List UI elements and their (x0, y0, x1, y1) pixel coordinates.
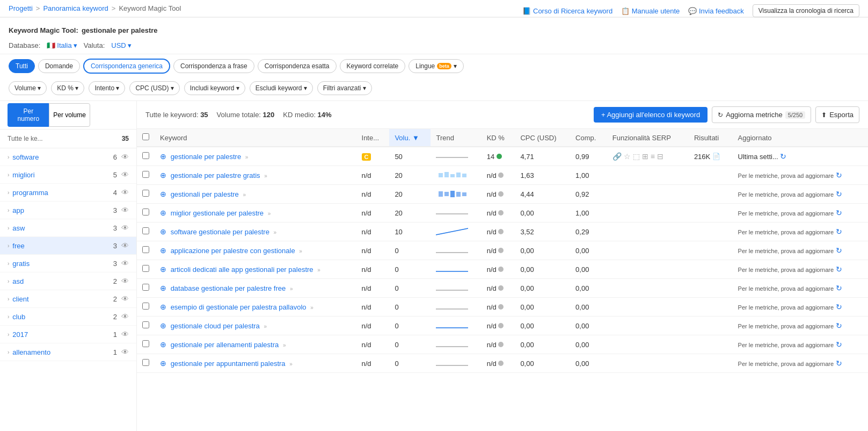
star-serp-icon[interactable]: ☆ (624, 152, 631, 161)
plus-icon[interactable]: ⊕ (160, 265, 166, 274)
keyword-expand-icon[interactable]: » (264, 324, 267, 329)
refresh-icon[interactable]: ↻ (836, 303, 842, 311)
eye-icon[interactable]: 👁 (121, 277, 129, 285)
th-serp[interactable]: Funzionalità SERP (607, 129, 689, 147)
refresh-icon[interactable]: ↻ (836, 227, 842, 236)
keyword-link[interactable]: gestionale per palestre gratis (171, 171, 260, 179)
filter-includi[interactable]: Includi keyword ▾ (184, 81, 245, 95)
filter-kd[interactable]: KD % ▾ (51, 81, 84, 95)
export-button[interactable]: ⬆ Esporta (815, 106, 859, 123)
row-checkbox[interactable] (142, 209, 149, 216)
eye-icon[interactable]: 👁 (121, 153, 129, 161)
th-comp[interactable]: Comp. (570, 129, 607, 147)
keyword-expand-icon[interactable]: » (289, 361, 293, 367)
eye-icon[interactable]: 👁 (121, 170, 129, 179)
filter-avanzati[interactable]: Filtri avanzati ▾ (317, 81, 372, 95)
eye-icon[interactable]: 👁 (121, 330, 129, 339)
filter-escludi[interactable]: Escludi keyword ▾ (250, 81, 313, 95)
keyword-expand-icon[interactable]: » (243, 192, 246, 198)
keyword-expand-icon[interactable]: » (274, 229, 277, 235)
keyword-expand-icon[interactable]: » (299, 248, 302, 254)
keyword-link[interactable]: miglior gestionale per palestre (171, 209, 264, 217)
copy-serp-icon[interactable]: ⬚ (633, 152, 640, 161)
list-serp-icon[interactable]: ≡ (651, 152, 655, 161)
link-feedback[interactable]: 💬 Invia feedback (688, 7, 743, 15)
row-checkbox[interactable] (142, 321, 149, 328)
keyword-link[interactable]: gestionale per palestre (171, 153, 242, 161)
refresh-icon[interactable]: ↻ (836, 265, 842, 274)
plus-icon[interactable]: ⊕ (160, 152, 166, 161)
tab-tutti[interactable]: Tutti (9, 59, 35, 73)
sidebar-item-client[interactable]: › client 2 👁 (0, 290, 136, 308)
keyword-link[interactable]: gestionale cloud per palestra (171, 322, 260, 330)
refresh-icon[interactable]: ↻ (836, 190, 842, 198)
add-to-list-button[interactable]: + Aggiungi all'elenco di keyword (594, 107, 707, 123)
sidebar-item-allenamento[interactable]: › allenamento 1 👁 (0, 343, 136, 361)
keyword-link[interactable]: gestionale per allenamenti palestra (171, 341, 279, 349)
row-checkbox[interactable] (142, 359, 149, 366)
plus-icon[interactable]: ⊕ (160, 190, 166, 198)
eye-icon[interactable]: 👁 (121, 206, 129, 214)
tab-frase[interactable]: Corrispondenza a frase (173, 59, 254, 73)
sidebar-item-asd[interactable]: › asd 2 👁 (0, 272, 136, 290)
refresh-icon[interactable]: ↻ (836, 171, 842, 179)
eye-icon[interactable]: 👁 (121, 312, 129, 321)
keyword-expand-icon[interactable]: » (317, 267, 320, 273)
keyword-expand-icon[interactable]: » (264, 173, 267, 179)
sidebar-item-programma[interactable]: › programma 4 👁 (0, 184, 136, 202)
row-checkbox[interactable] (142, 340, 149, 347)
keyword-expand-icon[interactable]: » (290, 286, 293, 292)
keyword-expand-icon[interactable]: » (268, 211, 271, 217)
tab-correlate[interactable]: Keyword correlate (340, 59, 406, 73)
link-corso[interactable]: 📘 Corso di Ricerca keyword (522, 7, 612, 15)
eye-icon[interactable]: 👁 (121, 259, 129, 268)
th-updated[interactable]: Aggiornato (733, 129, 868, 147)
breadcrumb-panoramica[interactable]: Panoramica keyword (43, 4, 108, 12)
plus-icon[interactable]: ⊕ (160, 171, 166, 179)
keyword-expand-icon[interactable]: » (310, 305, 313, 311)
keyword-expand-icon[interactable]: » (283, 342, 286, 348)
keyword-link[interactable]: esempio di gestionale per palestra palla… (171, 303, 307, 311)
sidebar-item-2017[interactable]: › 2017 1 👁 (0, 326, 136, 343)
sidebar-item-migliori[interactable]: › migliori 5 👁 (0, 166, 136, 184)
plus-icon[interactable]: ⊕ (160, 321, 166, 330)
link-serp-icon[interactable]: 🔗 (612, 152, 622, 161)
refresh-icon[interactable]: ↻ (836, 321, 842, 330)
refresh-icon[interactable]: ↻ (780, 152, 786, 161)
tab-generica[interactable]: Corrispondenza generica (83, 59, 170, 74)
image-serp-icon[interactable]: ⊞ (642, 152, 648, 161)
row-checkbox[interactable] (142, 303, 149, 310)
eye-icon[interactable]: 👁 (121, 348, 129, 356)
row-checkbox[interactable] (142, 190, 149, 197)
switch-per-numero[interactable]: Per numero (8, 103, 49, 127)
plus-icon[interactable]: ⊕ (160, 340, 166, 349)
plus-icon[interactable]: ⊕ (160, 359, 166, 368)
refresh-icon[interactable]: ↻ (836, 359, 842, 368)
row-checkbox[interactable] (142, 246, 149, 253)
select-all-checkbox[interactable] (142, 133, 149, 140)
refresh-icon[interactable]: ↻ (836, 246, 842, 255)
link-manuale[interactable]: 📋 Manuale utente (621, 7, 680, 15)
th-volume[interactable]: Volu. ▼ (389, 129, 431, 147)
plus-icon[interactable]: ⊕ (160, 284, 166, 292)
eye-icon[interactable]: 👁 (121, 241, 129, 250)
refresh-icon[interactable]: ↻ (836, 209, 842, 217)
table-serp-icon[interactable]: ⊟ (657, 152, 663, 161)
keyword-link[interactable]: gestionale per appuntamenti palestra (171, 360, 286, 368)
row-checkbox[interactable] (142, 227, 149, 234)
refresh-icon[interactable]: ↻ (836, 340, 842, 349)
history-button[interactable]: Visualizza la cronologia di ricerca (753, 4, 859, 17)
plus-icon[interactable]: ⊕ (160, 227, 166, 236)
filter-intento[interactable]: Intento ▾ (89, 81, 125, 95)
breadcrumb-progetti[interactable]: Progetti (9, 4, 33, 12)
eye-icon[interactable]: 👁 (121, 294, 129, 303)
tab-domande[interactable]: Domande (38, 59, 80, 73)
th-results[interactable]: Risultati (689, 129, 733, 147)
database-country[interactable]: 🇮🇹 Italia ▾ (47, 41, 77, 49)
th-kd[interactable]: KD % (482, 129, 515, 147)
tab-esatta[interactable]: Corrispondenza esatta (258, 59, 337, 73)
row-checkbox[interactable] (142, 284, 149, 291)
row-checkbox[interactable] (142, 265, 149, 272)
sidebar-item-free[interactable]: › free 3 👁 (0, 237, 136, 255)
keyword-link[interactable]: software gestionale per palestre (171, 228, 269, 236)
